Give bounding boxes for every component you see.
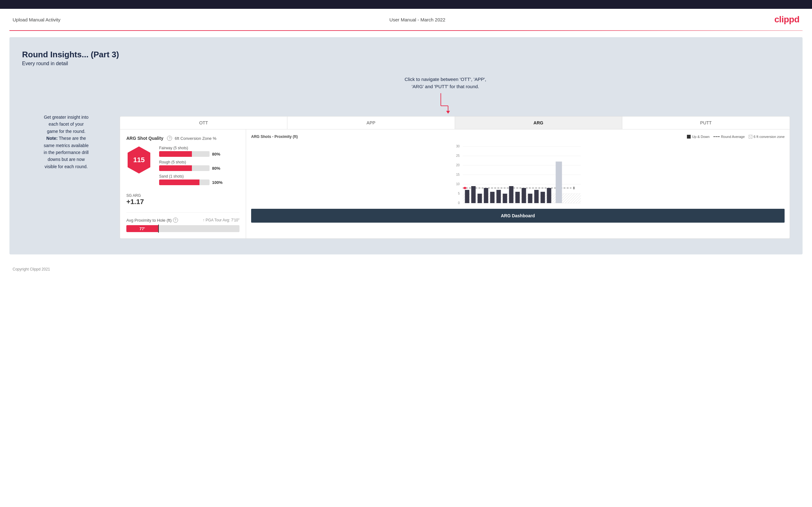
tab-app[interactable]: APP (287, 116, 455, 129)
svg-text:25: 25 (456, 154, 460, 158)
bar-label-sand: Sand (1 shots) (159, 174, 240, 178)
legend-up-down: Up & Down (687, 135, 710, 138)
main-card: OTT APP ARG PUTT ARG Shot Quality ? 6ft … (120, 116, 790, 239)
hexagon-value: 115 (133, 156, 145, 164)
main-content: Round Insights... (Part 3) Every round i… (9, 37, 803, 255)
content-layout: Get greater insight intoeach facet of yo… (22, 76, 790, 239)
bar-percent-sand: 100% (212, 180, 222, 185)
help-icon[interactable]: ? (167, 136, 172, 141)
bar-track-fairway (159, 151, 209, 157)
bar-fill-rough (159, 165, 192, 171)
svg-text:10: 10 (456, 182, 460, 186)
svg-text:0: 0 (458, 201, 460, 205)
right-col: ARG Shots - Proximity (ft) Up & Down Rou… (246, 129, 790, 238)
chart-title: ARG Shots - Proximity (ft) (251, 134, 298, 139)
upload-manual-label: Upload Manual Activity (13, 17, 60, 22)
svg-rect-30 (503, 194, 507, 203)
legend-dashed-icon (713, 136, 720, 137)
bars-section: Fairway (5 shots) 80% (159, 146, 240, 188)
svg-rect-35 (528, 194, 532, 203)
insight-line1: Get greater insight intoeach facet of yo… (44, 115, 89, 134)
left-panel: Get greater insight intoeach facet of yo… (22, 76, 110, 170)
svg-marker-3 (446, 111, 450, 114)
bar-track-rough (159, 165, 209, 171)
nav-annotation-area: Click to navigate between 'OTT', 'APP','… (120, 76, 771, 114)
insight-note: Note: (46, 136, 58, 141)
chart-area: 0 5 10 15 20 25 30 (251, 143, 784, 206)
legend-hatch-icon (749, 135, 753, 138)
svg-text:5: 5 (458, 192, 460, 195)
proximity-track: 77' (126, 225, 240, 232)
proximity-cursor (158, 225, 159, 233)
legend-round-avg: Round Average (713, 135, 745, 138)
svg-rect-31 (509, 186, 514, 203)
section-subtitle: Every round in detail (22, 61, 790, 66)
sg-value: +1.17 (126, 198, 240, 206)
svg-rect-26 (478, 194, 482, 203)
tab-ott[interactable]: OTT (120, 116, 287, 129)
bar-percent-fairway: 80% (212, 152, 220, 157)
bar-row-rough: Rough (5 shots) 80% (159, 160, 240, 171)
chart-legend: Up & Down Round Average 6 ft conversion … (687, 135, 784, 138)
conversion-label: 6ft Conversion Zone % (174, 136, 216, 141)
tab-arg[interactable]: ARG (455, 116, 622, 129)
sg-label: SG ARG (126, 193, 240, 198)
proximity-benchmark: ↑ PGA Tour Avg: 7'10" (203, 218, 240, 222)
bar-row-fairway: Fairway (5 shots) 80% (159, 146, 240, 157)
svg-rect-34 (556, 162, 562, 203)
chart-header: ARG Shots - Proximity (ft) Up & Down Rou… (251, 134, 784, 139)
legend-conversion-label: 6 ft conversion zone (754, 135, 784, 138)
arg-dashboard-button[interactable]: ARG Dashboard (251, 209, 784, 223)
card-body: ARG Shot Quality ? 6ft Conversion Zone %… (120, 129, 790, 238)
bar-percent-rough: 80% (212, 166, 220, 171)
header-divider (9, 30, 803, 31)
proximity-value: 77' (139, 226, 145, 231)
manual-date-label: User Manual - March 2022 (390, 17, 446, 22)
arrow-container (120, 93, 771, 114)
svg-rect-28 (490, 192, 495, 203)
proximity-help-icon[interactable]: ? (173, 218, 178, 223)
svg-text:8: 8 (573, 186, 575, 190)
copyright-text: Copyright Clippd 2021 (13, 267, 50, 272)
legend-up-down-label: Up & Down (692, 135, 710, 138)
bar-track-sand (159, 179, 209, 185)
svg-rect-29 (497, 190, 501, 203)
sg-section: SG ARG +1.17 (126, 193, 240, 206)
proximity-section: Avg Proximity to Hole (ft) ? ↑ PGA Tour … (126, 212, 240, 232)
svg-rect-33 (522, 188, 526, 203)
bar-row-sand: Sand (1 shots) 100% (159, 174, 240, 185)
tab-putt[interactable]: PUTT (622, 116, 790, 129)
svg-rect-36 (535, 190, 539, 203)
chart-svg: 0 5 10 15 20 25 30 (251, 143, 784, 206)
top-bar (0, 0, 812, 9)
proximity-fill: 77' (126, 225, 158, 232)
legend-round-avg-label: Round Average (721, 135, 745, 138)
right-section: Click to navigate between 'OTT', 'APP','… (120, 76, 790, 239)
svg-text:20: 20 (456, 163, 460, 167)
clippd-logo: clippd (774, 14, 799, 24)
svg-rect-27 (484, 188, 489, 203)
nav-arrow-icon (436, 93, 455, 114)
svg-rect-25 (471, 186, 476, 203)
svg-rect-32 (515, 192, 520, 203)
left-col: ARG Shot Quality ? 6ft Conversion Zone %… (120, 129, 246, 238)
tabs-row: OTT APP ARG PUTT (120, 116, 790, 129)
annotation-text: Get greater insight intoeach facet of yo… (22, 114, 110, 170)
quality-title: ARG Shot Quality (126, 136, 163, 141)
section-title: Round Insights... (Part 3) (22, 50, 790, 59)
proximity-header: Avg Proximity to Hole (ft) ? ↑ PGA Tour … (126, 218, 240, 223)
svg-text:30: 30 (456, 145, 460, 148)
proximity-label: Avg Proximity to Hole (ft) (126, 218, 172, 223)
bar-label-rough: Rough (5 shots) (159, 160, 240, 164)
bar-fill-fairway (159, 151, 192, 157)
footer: Copyright Clippd 2021 (0, 261, 812, 278)
bar-fill-sand (159, 179, 199, 185)
hexagon: 115 (126, 146, 152, 174)
header: Upload Manual Activity User Manual - Mar… (0, 9, 812, 30)
svg-text:15: 15 (456, 173, 460, 176)
nav-annotation-text: Click to navigate between 'OTT', 'APP','… (120, 76, 771, 90)
bar-label-fairway: Fairway (5 shots) (159, 146, 240, 150)
legend-conversion-zone: 6 ft conversion zone (749, 135, 784, 138)
svg-rect-37 (541, 192, 545, 203)
hexagon-container: 115 Fairway (5 shots) (126, 146, 240, 188)
